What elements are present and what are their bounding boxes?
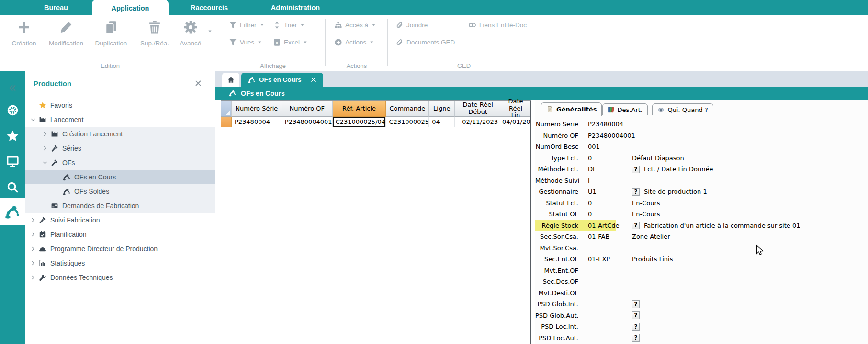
- field-value: 01-ArtCde: [588, 222, 620, 229]
- cr-ation-button[interactable]: Création: [4, 19, 44, 47]
- duplication-button[interactable]: Duplication: [88, 19, 134, 47]
- help-button[interactable]: ?: [632, 300, 640, 308]
- actions-button[interactable]: Actions: [334, 38, 374, 46]
- trier-button[interactable]: Trier: [273, 21, 304, 29]
- grid-cell[interactable]: P23480004001: [282, 117, 333, 127]
- home-tab[interactable]: [222, 73, 239, 87]
- modification-button[interactable]: Modification: [44, 19, 88, 47]
- column-header-date-r-el-d-but[interactable]: Date Réel Début: [455, 101, 501, 117]
- chevron-down-icon[interactable]: [42, 160, 51, 166]
- grid-cell[interactable]: P23480004: [232, 117, 282, 127]
- form-row-mvt-sor-csa-: Mvt.Sor.Csa.: [535, 243, 868, 254]
- acc-s--button[interactable]: Accès à: [334, 21, 376, 29]
- production-module-button[interactable]: [0, 198, 25, 225]
- row-selector-cell[interactable]: [221, 117, 232, 127]
- help-button[interactable]: ?: [632, 222, 640, 229]
- sidebar-item-label: Séries: [62, 144, 81, 152]
- column-header-r-f-article[interactable]: Réf. Article: [333, 101, 386, 117]
- field-label: Mvt.Desti.OF: [535, 289, 578, 297]
- sidebar-item-lancement[interactable]: Lancement: [25, 112, 215, 127]
- chevron-right-icon: [30, 275, 36, 280]
- sidebar-item-label: Création Lancement: [62, 130, 123, 138]
- help-button[interactable]: ?: [632, 166, 640, 173]
- avanc--button[interactable]: Avancé: [175, 19, 206, 47]
- sidebar-close-button[interactable]: [194, 79, 203, 88]
- close-tab-icon[interactable]: [310, 77, 316, 83]
- grid-cell[interactable]: C231000025/04: [333, 117, 386, 127]
- grid-cell[interactable]: C231000025: [386, 117, 429, 127]
- content-title: OFs en Cours: [241, 89, 285, 97]
- books-icon: [608, 106, 615, 113]
- search-button[interactable]: [0, 178, 25, 196]
- sidebar-item-ofs-sold-s[interactable]: OFs Soldés: [25, 184, 215, 199]
- liens-entit-doc-button[interactable]: Liens Entité-Doc: [468, 21, 527, 29]
- column-header-commande[interactable]: Commande: [386, 101, 429, 117]
- chevron-down-icon[interactable]: [30, 117, 39, 122]
- column-header-num-ro-of[interactable]: Numéro OF: [282, 101, 333, 117]
- vues-button[interactable]: Vues: [229, 38, 262, 46]
- panel-tab-label: Des.Art.: [618, 106, 643, 113]
- chevron-right-icon[interactable]: [42, 131, 51, 137]
- column-header-ligne[interactable]: Ligne: [429, 101, 455, 117]
- chevron-right-icon: [30, 246, 36, 252]
- excel-button[interactable]: XExcel: [273, 38, 307, 46]
- column-header-date-r-el-fin[interactable]: Date Réel Fin: [501, 101, 530, 117]
- collapse-panel-button[interactable]: [0, 79, 25, 97]
- sidebar-item-ofs[interactable]: OFs: [25, 155, 215, 170]
- sidebar-item-label: Statistiques: [50, 259, 85, 267]
- form-row-num-ro-of: Numéro OFP23480004001: [535, 130, 868, 142]
- sidebar-item-donn-es-techniques[interactable]: Données Techniques: [25, 270, 215, 285]
- ribbon-group-ged: JoindreLiens Entité-DocDocuments GEDGED: [388, 15, 540, 71]
- grid-cell[interactable]: 04/01/2024: [501, 117, 530, 127]
- select-all-corner-cell[interactable]: [221, 101, 232, 117]
- sidebar-item-ofs-en-cours[interactable]: OFs en Cours: [25, 170, 215, 184]
- grid-cell[interactable]: 02/11/2023: [455, 117, 501, 127]
- column-header-num-ro-s-rie[interactable]: Numéro Série: [232, 101, 282, 117]
- left-icon-rail: [0, 71, 25, 344]
- help-button[interactable]: ?: [632, 188, 640, 196]
- tab-ofs-en-cours[interactable]: OFs en Cours: [241, 73, 323, 87]
- field-label: Sec.Des.OF: [535, 278, 578, 285]
- sidebar-item-statistiques[interactable]: Statistiques: [25, 256, 215, 270]
- grid-cell[interactable]: 04: [429, 117, 455, 127]
- chevron-right-icon[interactable]: [30, 217, 39, 223]
- chevron-right-icon[interactable]: [30, 232, 39, 237]
- sidebar-item-favoris[interactable]: Favoris: [25, 98, 215, 112]
- filter-icon: [229, 21, 237, 29]
- sup-r-a--button[interactable]: Sup./Réa.: [134, 19, 175, 47]
- joindre-button[interactable]: Joindre: [395, 21, 428, 29]
- paperclip-icon: [395, 21, 404, 29]
- sidebar-item-s-ries[interactable]: Séries: [25, 141, 215, 155]
- menu-tab-application[interactable]: Application: [92, 0, 169, 16]
- panel-tab-qui-quand-[interactable]: Qui, Quand ?: [652, 103, 713, 115]
- panel-tab-des-art-[interactable]: Des.Art.: [602, 103, 648, 115]
- sidebar-item-programme-directeur-de-production[interactable]: Programme Directeur de Production: [25, 242, 215, 256]
- help-button[interactable]: ?: [632, 323, 640, 331]
- form-row-sec-ent-of: Sec.Ent.OF01-EXPProduits Finis: [535, 254, 868, 265]
- favorites-button[interactable]: [0, 127, 25, 144]
- panel-tab-g-n-ralit-s[interactable]: Généralités: [541, 102, 602, 116]
- help-button[interactable]: ?: [632, 311, 640, 319]
- sidebar-item-demandes-de-fabrication[interactable]: Demandes de Fabrication: [25, 199, 215, 213]
- sidebar-item-cr-ation-lancement[interactable]: Création Lancement: [25, 127, 215, 141]
- chevron-right-icon[interactable]: [30, 275, 39, 280]
- help-button[interactable]: ?: [632, 334, 640, 342]
- modules-wheel-button[interactable]: [0, 101, 25, 119]
- caret-down-icon[interactable]: [208, 29, 212, 33]
- menu-tab-raccourcis[interactable]: Raccourcis: [169, 0, 250, 15]
- caret-down-icon: [300, 23, 304, 27]
- filtrer-button[interactable]: Filtrer: [229, 21, 264, 29]
- chevron-right-icon[interactable]: [42, 145, 51, 151]
- production-navigation-panel: Production FavorisLancementCréation Lanc…: [25, 71, 215, 344]
- workspace-button[interactable]: [0, 153, 25, 170]
- hardhat-icon: [39, 245, 46, 253]
- menu-tab-administration[interactable]: Administration: [250, 0, 341, 15]
- button-label: Liens Entité-Doc: [479, 22, 527, 29]
- sidebar-item-planification[interactable]: Planification: [25, 227, 215, 242]
- menu-tab-bureau[interactable]: Bureau: [20, 0, 92, 15]
- chevron-right-icon[interactable]: [30, 260, 39, 266]
- chevron-right-icon[interactable]: [30, 246, 39, 252]
- documents-ged-button[interactable]: Documents GED: [395, 38, 455, 46]
- sidebar-item-suivi-fabrication[interactable]: Suivi Fabrication: [25, 213, 215, 227]
- field-value: P23480004001: [588, 132, 635, 139]
